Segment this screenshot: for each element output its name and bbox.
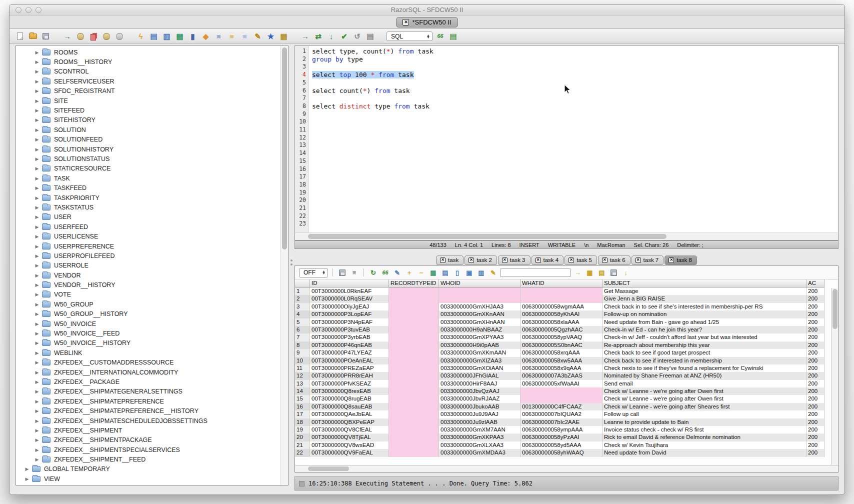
cell[interactable]: 200 (806, 303, 824, 310)
cell[interactable]: 00T3000000P47LYEAZ (310, 349, 389, 356)
cell[interactable]: 3 (295, 303, 310, 310)
table-row[interactable]: 1900T3000000QV8CfEAL0033000000GmXM7AAN00… (295, 426, 824, 434)
result-tab-task-5[interactable]: ✕task 5 (564, 256, 597, 265)
tree-item[interactable]: ▶ZKFEDEX__SHIPMATESCHEDULEDJOBSSETTINGS (16, 416, 280, 426)
tree-item[interactable]: ▶SOLUTION (16, 125, 280, 134)
cell[interactable] (389, 442, 439, 449)
cell[interactable]: 200 (806, 357, 824, 364)
cell[interactable]: 00T3000000P3yrbEAB (310, 334, 389, 341)
column-header-rownum[interactable] (295, 280, 310, 288)
cell[interactable]: 00T3000000POeAnEAL (310, 357, 389, 364)
cell[interactable]: 006300000058ympAAA (520, 426, 602, 434)
disclosure-triangle-icon[interactable]: ▶ (34, 331, 40, 336)
new-connection-icon[interactable] (101, 31, 112, 42)
cell[interactable]: Check back to see if interested in membe… (602, 357, 806, 364)
table-row[interactable]: 400T3000000P3LopEAF0033000000GmXKnAAN006… (295, 310, 824, 318)
cell[interactable]: Re-approach about membership this year (602, 342, 806, 349)
disclosure-triangle-icon[interactable]: ▶ (34, 108, 40, 113)
cell[interactable]: 00T3000000Q8rexEAB (310, 388, 389, 395)
cell[interactable]: 16 (295, 403, 310, 410)
cell[interactable]: 200 (806, 295, 824, 302)
cell[interactable]: 7 (295, 334, 310, 341)
book-blue-icon[interactable]: ▮ (188, 31, 198, 42)
tree-item[interactable]: ▶STATICRESOURCE (16, 164, 280, 174)
disclosure-triangle-icon[interactable]: ▶ (34, 156, 40, 162)
disclosure-triangle-icon[interactable]: ▶ (34, 292, 40, 297)
cell[interactable] (389, 357, 439, 364)
cell[interactable]: 200 (806, 318, 824, 326)
cell[interactable] (389, 410, 439, 418)
tree-item[interactable]: ▶ZKFEDEX__SHIPMATEPREFERENCE__HISTORY (16, 406, 280, 416)
cell[interactable]: 200 (806, 395, 824, 402)
auto-complete-icon[interactable]: 66 (435, 31, 446, 42)
cell[interactable]: 006300000058yhWAAQ (520, 449, 602, 456)
cell[interactable]: 12 (295, 372, 310, 380)
cell[interactable]: 0033000000GmXHJAA3 (439, 303, 520, 310)
cell[interactable] (520, 295, 602, 302)
cell[interactable]: 19 (295, 426, 310, 434)
tree-item[interactable]: ▶TASKSTATUS (16, 202, 280, 212)
tree-item[interactable]: ▶ROOMS (16, 48, 280, 57)
cell[interactable] (389, 418, 439, 426)
disclosure-triangle-icon[interactable]: ▶ (34, 312, 40, 316)
table-checklist-icon[interactable]: ▤ (148, 31, 159, 42)
table-row[interactable]: 500T3000000P3N4pEAF0033000000GmXHnAAN006… (295, 318, 824, 326)
tree-item[interactable]: ▶ZKFEDEX__CUSTOMADDRESSSOURCE (16, 358, 280, 368)
table-row[interactable]: 1200T3000000PRR8rEAH0033000000JFhGlAAL00… (295, 372, 824, 380)
tree-item[interactable]: ▶SITEFEED (16, 106, 280, 115)
table-row[interactable]: 2000T3000000QV8TjEAL0033000000GmXKPAA300… (295, 434, 824, 441)
column-header-ID[interactable]: ID (310, 280, 389, 288)
clipboard-icon[interactable]: ▤ (365, 31, 376, 42)
disclosure-triangle-icon[interactable]: ▶ (34, 147, 40, 152)
disclosure-triangle-icon[interactable]: ▶ (24, 466, 30, 472)
tree-item[interactable]: ▶TASK (16, 174, 280, 183)
cell[interactable]: 18 (295, 418, 310, 426)
cell[interactable]: 006300000058ypVAAQ (520, 334, 602, 341)
cell[interactable]: 0033000000GmXHnAAN (439, 318, 520, 326)
cell[interactable]: 200 (806, 288, 824, 295)
tree-item[interactable]: ▶VIEW (16, 474, 280, 484)
disclosure-triangle-icon[interactable]: ▶ (34, 360, 40, 365)
sql-editor[interactable]: 1234567891011121314151617181920212223 se… (294, 46, 838, 232)
cell[interactable] (389, 364, 439, 372)
cell[interactable]: Follow up call (602, 410, 806, 418)
connect-database-icon[interactable]: → (62, 31, 72, 42)
cell[interactable] (520, 288, 602, 295)
disclosure-triangle-icon[interactable]: ▶ (34, 50, 40, 55)
result-tab-task-7[interactable]: ✕task 7 (632, 256, 664, 265)
disclosure-triangle-icon[interactable]: ▶ (34, 408, 40, 414)
copy-connection-icon[interactable] (88, 31, 98, 42)
cell[interactable] (389, 449, 439, 456)
disclosure-triangle-icon[interactable]: ▶ (34, 234, 40, 239)
table-star-icon[interactable]: ▦ (278, 31, 289, 42)
cell[interactable]: 006300000058x9qAAA (520, 364, 602, 372)
disclosure-triangle-icon[interactable]: ▶ (34, 205, 40, 210)
new-file-icon[interactable] (14, 31, 25, 42)
cell[interactable]: 00630000007bIQUAA2 (520, 410, 602, 418)
cell[interactable]: 200 (806, 442, 824, 449)
result-tab-task-2[interactable]: ✕task 2 (464, 256, 497, 265)
tree-item[interactable]: ▶SOLUTIONHISTORY (16, 144, 280, 154)
close-result-tab-icon[interactable]: ✕ (668, 258, 674, 263)
tree-item[interactable]: ▶SELFSERVICEUSER (16, 76, 280, 86)
panel-splitter[interactable] (288, 46, 294, 486)
cell[interactable]: 0033000000GmXM7AAN (439, 426, 520, 434)
table-row[interactable]: 2100T3000000QV8wsEAD0033000000GmXLXAA300… (295, 442, 824, 449)
cell[interactable]: 200 (806, 380, 824, 388)
tree-item[interactable]: ▶VENDOR__HISTORY (16, 280, 280, 290)
cell[interactable] (439, 295, 520, 302)
export-table-icon[interactable]: ▦ (174, 31, 185, 42)
cell[interactable]: 00630000007bIc2AAE (520, 418, 602, 426)
cell[interactable] (389, 426, 439, 434)
cell[interactable] (439, 288, 520, 295)
grid-vscroll-thumb[interactable] (832, 289, 838, 329)
cell[interactable]: 00T3000000L0RqSEAV (310, 295, 389, 302)
cell[interactable]: Check-in w/ Jeff - couldn't afford last … (602, 334, 806, 341)
tree-item[interactable]: ▶WEBLINK (16, 348, 280, 358)
table-row[interactable]: 1000T3000000POeAnEAL0033000000GmXIZAA300… (295, 357, 824, 364)
table-row[interactable]: 800T3000000P46qnEAB0033000000H9i0pAAB006… (295, 342, 824, 349)
database-icon[interactable] (114, 31, 124, 42)
cell[interactable] (520, 395, 602, 402)
cell[interactable]: 10 (295, 357, 310, 364)
tree-scrollbar-thumb[interactable] (282, 48, 287, 250)
